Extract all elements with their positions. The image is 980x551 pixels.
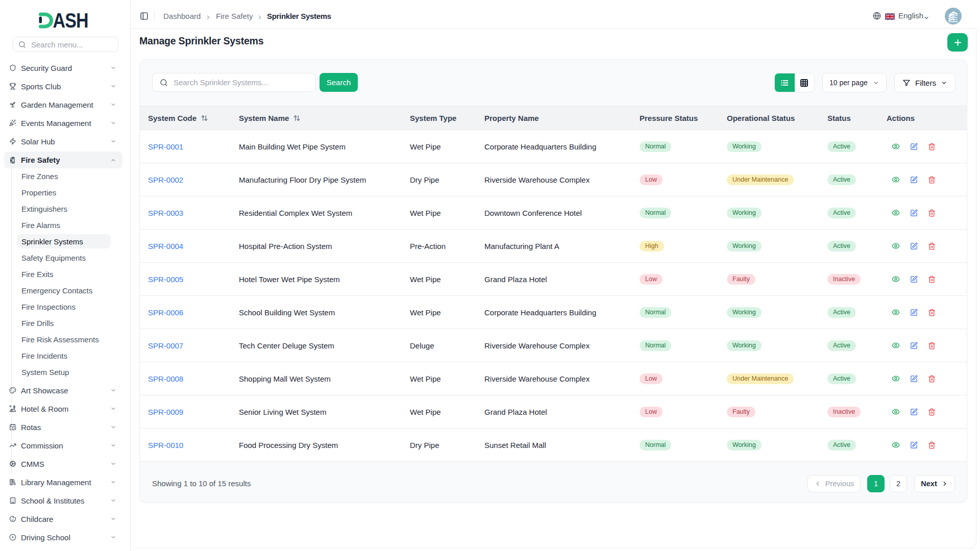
svg-text:ASH: ASH <box>53 10 88 31</box>
